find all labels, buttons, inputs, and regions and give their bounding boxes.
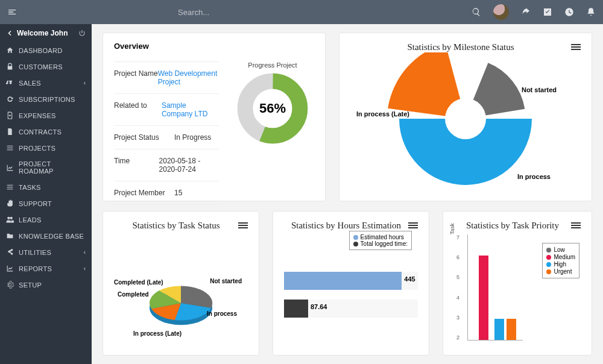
sidebar: Welcome John DASHBOARDCUSTOMERSSALES‹SUB…: [0, 24, 92, 364]
ov-value[interactable]: Web Development Project: [158, 69, 219, 86]
lbl-in-process: In process: [207, 310, 237, 317]
hours-card: Statistics by Hours Estimation Estimated…: [273, 211, 429, 356]
label-not-started: Not started: [522, 86, 557, 93]
chevron-left-icon: ‹: [84, 265, 86, 272]
lbl-completed-late: Completed (Late): [114, 279, 163, 286]
nav-label: UTILITIES: [19, 249, 79, 256]
search-icon[interactable]: [472, 7, 481, 17]
file-icon: [6, 128, 14, 136]
nav-label: TASKS: [19, 184, 86, 191]
leg-med: Medium: [554, 254, 575, 260]
nav-item-support[interactable]: SUPPORT: [0, 195, 92, 212]
topbar: [0, 0, 603, 24]
chevron-left-icon: ‹: [84, 249, 86, 256]
overview-row: Related toSample Company LTD: [114, 93, 219, 125]
search-input[interactable]: [178, 8, 311, 17]
priority-card: Statistics by Task Priority Task 765432 …: [443, 211, 592, 356]
overview-row: Project StatusIn Progress: [114, 125, 219, 149]
nav-label: LEADS: [19, 216, 86, 224]
nav-item-setup[interactable]: SETUP: [0, 277, 92, 293]
share-icon[interactable]: [521, 7, 531, 17]
chart-icon: [6, 164, 14, 172]
main: Overview Project NameWeb Development Pro…: [92, 24, 603, 364]
task-status-card: Statistics by Task Status Not started In…: [103, 211, 259, 356]
clock-icon[interactable]: [564, 7, 574, 17]
back-icon[interactable]: [6, 30, 13, 37]
nav-label: CUSTOMERS: [19, 63, 86, 71]
progress-donut: 56%: [236, 72, 309, 145]
check-icon[interactable]: [543, 7, 552, 17]
nav-label: SUBSCRIPTIONS: [19, 96, 86, 103]
lbl-in-process-late: In process (Late): [133, 330, 182, 337]
leg-high: High: [554, 261, 566, 268]
chart-menu-icon[interactable]: [238, 221, 248, 230]
nav-item-projects[interactable]: PROJECTS: [0, 140, 92, 156]
priority-ylabel: Task: [449, 223, 455, 234]
nav-item-leads[interactable]: LEADS: [0, 212, 92, 228]
avatar[interactable]: [493, 4, 509, 20]
nav-label: EXPENSES: [19, 112, 86, 119]
bell-icon[interactable]: [586, 7, 596, 17]
overview-card: Overview Project NameWeb Development Pro…: [103, 33, 326, 201]
priority-title: Statistics by Task Priority: [466, 221, 559, 230]
nav-label: DASHBOARD: [19, 47, 86, 54]
ov-value[interactable]: Sample Company LTD: [162, 101, 219, 118]
nav-item-knowledge-base[interactable]: KNOWLEDGE BASE: [0, 228, 92, 244]
nav-label: SALES: [19, 80, 79, 87]
lock-icon: [6, 63, 14, 71]
task-status-title: Statistics by Task Status: [133, 221, 220, 230]
priority-chart: Task 765432 Low Medium High Urgent: [454, 234, 581, 349]
progress-pct: 56%: [236, 72, 309, 145]
task-status-chart: Not started In process In process (Late)…: [114, 236, 248, 344]
nav-item-tasks[interactable]: TASKS: [0, 179, 92, 195]
label-in-process: In process: [517, 173, 551, 180]
nav-label: SUPPORT: [19, 200, 86, 207]
progress-donut-wrap: Progress Project 56%: [231, 61, 314, 205]
welcome-header: Welcome John: [0, 24, 92, 42]
overview-table: Project NameWeb Development ProjectRelat…: [114, 61, 219, 205]
nav-item-reports[interactable]: REPORTS‹: [0, 260, 92, 277]
users-icon: [6, 216, 14, 224]
svg-point-2: [445, 98, 486, 139]
nav-item-dashboard[interactable]: DASHBOARD: [0, 42, 92, 58]
nav-label: PROJECT ROADMAP: [19, 160, 86, 175]
overview-row: Time2020-05-18 - 2020-07-24: [114, 149, 219, 181]
nav-item-utilities[interactable]: UTILITIES‹: [0, 244, 92, 260]
refresh-icon: [6, 95, 14, 103]
nav-label: KNOWLEDGE BASE: [19, 233, 86, 240]
val-est: 445: [404, 275, 415, 283]
leg-urgent: Urgent: [554, 268, 572, 275]
hours-legend: Estimated hours Total logged time:: [349, 231, 412, 250]
bar-medium: [479, 256, 488, 340]
welcome-text: Welcome John: [17, 29, 68, 37]
nav-label: CONTRACTS: [19, 128, 86, 136]
nav-item-project-roadmap[interactable]: PROJECT ROADMAP: [0, 156, 92, 179]
power-icon[interactable]: [78, 30, 86, 37]
ov-value: In Progress: [174, 133, 211, 142]
lbl-completed: Completed: [118, 291, 149, 298]
gear-icon: [6, 281, 14, 289]
bar-urgent: [507, 319, 516, 340]
chevron-left-icon: ‹: [84, 80, 86, 86]
menu-toggle-icon[interactable]: [7, 7, 17, 17]
overview-title: Overview: [114, 42, 314, 51]
chart-menu-icon[interactable]: [571, 221, 581, 230]
bar-high: [494, 319, 504, 340]
nav-item-customers[interactable]: CUSTOMERS: [0, 58, 92, 75]
nav-item-sales[interactable]: SALES‹: [0, 75, 92, 91]
label-in-process-late: In process (Late): [356, 110, 409, 118]
share-icon: [6, 248, 14, 256]
plot-area: [467, 234, 523, 340]
chart-menu-icon[interactable]: [571, 43, 581, 51]
hand-icon: [6, 199, 14, 207]
nav-item-contracts[interactable]: CONTRACTS: [0, 124, 92, 140]
priority-legend: Low Medium High Urgent: [542, 243, 579, 278]
nav-item-subscriptions[interactable]: SUBSCRIPTIONS: [0, 91, 92, 107]
progress-label: Progress Project: [231, 61, 314, 69]
nav-item-expenses[interactable]: EXPENSES: [0, 107, 92, 124]
overview-row: Project Member15: [114, 181, 219, 205]
list-icon: [6, 144, 14, 152]
ov-value: 2020-05-18 - 2020-07-24: [159, 157, 219, 174]
val-log: 87.64: [311, 303, 327, 310]
chart-menu-icon[interactable]: [408, 221, 418, 230]
